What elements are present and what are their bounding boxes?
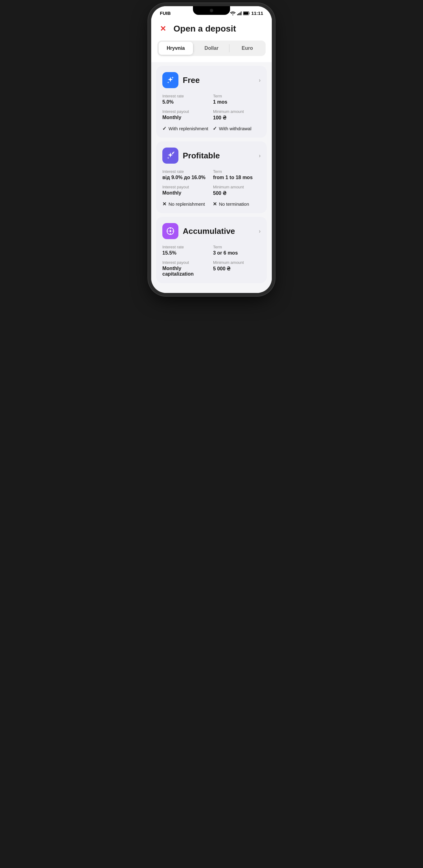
tab-divider-1 — [194, 44, 194, 52]
sparkles-icon-free — [166, 76, 175, 85]
tabs-container: Hryvnia Dollar Euro — [157, 40, 266, 56]
card-profitable[interactable]: Profitable › Interest rate від 9.0% до 1… — [156, 142, 267, 213]
card-title-row-profitable: Profitable — [162, 148, 220, 164]
term-label-free: Term — [213, 94, 261, 98]
tab-euro[interactable]: Euro — [230, 42, 264, 55]
card-features-profitable: ✕ No replenishment ✕ No termination — [162, 201, 261, 207]
cross-icon-profitable-1: ✕ — [162, 201, 166, 207]
svg-point-8 — [169, 230, 171, 232]
detail-interest-rate-profitable: Interest rate від 9.0% до 16.0% — [162, 169, 210, 180]
chevron-right-free: › — [259, 77, 261, 84]
min-amount-value-free: 100 ₴ — [213, 115, 261, 121]
card-title-row-free: Free — [162, 72, 200, 88]
icon-accumulative — [162, 223, 178, 239]
interest-rate-value-accumulative: 15.5% — [162, 250, 210, 256]
min-amount-value-accumulative: 5 000 ₴ — [213, 266, 261, 272]
phone-frame: FUIB 11:11 — [151, 6, 272, 293]
feature-withdrawal-free: ✓ With withdrawal — [213, 126, 261, 131]
payout-label-free: Interest payout — [162, 109, 210, 114]
card-name-profitable: Profitable — [183, 151, 220, 160]
cards-container: Free › Interest rate 5.0% Term 1 mos Int… — [151, 62, 272, 287]
card-details-accumulative: Interest rate 15.5% Term 3 or 6 mos Inte… — [162, 245, 261, 277]
term-label-profitable: Term — [213, 169, 261, 174]
svg-rect-1 — [238, 13, 239, 15]
tab-divider-2 — [229, 44, 229, 52]
term-label-accumulative: Term — [213, 245, 261, 249]
detail-term-free: Term 1 mos — [213, 94, 261, 105]
wifi-icon — [230, 11, 236, 16]
cross-icon-profitable-2: ✕ — [213, 201, 217, 207]
close-icon: ✕ — [160, 25, 166, 32]
notch — [193, 6, 230, 15]
page-title: Open a deposit — [173, 24, 236, 34]
min-amount-label-profitable: Minimum amount — [213, 185, 261, 189]
status-time: 11:11 — [251, 10, 263, 16]
feature-no-termination: ✕ No termination — [213, 201, 261, 207]
chevron-right-profitable: › — [259, 153, 261, 159]
interest-rate-label-free: Interest rate — [162, 94, 210, 98]
card-header-accumulative: Accumulative › — [162, 223, 261, 239]
card-header-profitable: Profitable › — [162, 148, 261, 164]
feature-label-no-termination: No termination — [219, 202, 249, 207]
signal-icon — [237, 11, 241, 16]
detail-min-amount-free: Minimum amount 100 ₴ — [213, 109, 261, 121]
carrier-label: FUIB — [160, 10, 171, 16]
feature-label-withdrawal-free: With withdrawal — [219, 126, 251, 131]
min-amount-value-profitable: 500 ₴ — [213, 190, 261, 196]
card-name-accumulative: Accumulative — [183, 226, 235, 236]
detail-payout-free: Interest payout Monthly — [162, 109, 210, 121]
term-value-accumulative: 3 or 6 mos — [213, 250, 261, 256]
payout-value-accumulative: Monthly capitalization — [162, 266, 210, 277]
interest-rate-label-accumulative: Interest rate — [162, 245, 210, 249]
card-header-free: Free › — [162, 72, 261, 88]
check-icon-free-1: ✓ — [162, 126, 166, 131]
card-features-free: ✓ With replenishment ✓ With withdrawal — [162, 126, 261, 131]
card-details-free: Interest rate 5.0% Term 1 mos Interest p… — [162, 94, 261, 121]
detail-min-amount-profitable: Minimum amount 500 ₴ — [213, 185, 261, 196]
status-bar: FUIB 11:11 — [151, 6, 272, 18]
battery-icon — [243, 11, 250, 15]
icon-free — [162, 72, 178, 88]
card-details-profitable: Interest rate від 9.0% до 16.0% Term fro… — [162, 169, 261, 196]
interest-rate-label-profitable: Interest rate — [162, 169, 210, 174]
detail-payout-profitable: Interest payout Monthly — [162, 185, 210, 196]
chevron-right-accumulative: › — [259, 228, 261, 235]
detail-payout-accumulative: Interest payout Monthly capitalization — [162, 260, 210, 277]
detail-interest-rate-accumulative: Interest rate 15.5% — [162, 245, 210, 256]
feature-no-replenishment: ✕ No replenishment — [162, 201, 210, 207]
payout-label-profitable: Interest payout — [162, 185, 210, 189]
interest-rate-value-profitable: від 9.0% до 16.0% — [162, 175, 210, 180]
payout-label-accumulative: Interest payout — [162, 260, 210, 265]
tab-hryvnia[interactable]: Hryvnia — [159, 42, 193, 55]
currency-tabs: Hryvnia Dollar Euro — [151, 40, 272, 62]
card-title-row-accumulative: Accumulative — [162, 223, 235, 239]
svg-rect-0 — [237, 14, 238, 15]
close-button[interactable]: ✕ — [157, 23, 168, 34]
card-accumulative[interactable]: Accumulative › Interest rate 15.5% Term … — [156, 217, 267, 283]
camera — [209, 9, 214, 12]
min-amount-label-free: Minimum amount — [213, 109, 261, 114]
tab-dollar[interactable]: Dollar — [195, 42, 229, 55]
sparkles-icon-profitable — [166, 151, 175, 160]
svg-rect-3 — [240, 11, 241, 15]
feature-label-no-replenishment: No replenishment — [168, 202, 205, 207]
interest-rate-value-free: 5.0% — [162, 99, 210, 105]
header: ✕ Open a deposit — [151, 18, 272, 40]
detail-min-amount-accumulative: Minimum amount 5 000 ₴ — [213, 260, 261, 277]
svg-line-6 — [172, 152, 174, 154]
term-value-free: 1 mos — [213, 99, 261, 105]
status-icons: 11:11 — [230, 10, 263, 16]
detail-interest-rate-free: Interest rate 5.0% — [162, 94, 210, 105]
min-amount-label-accumulative: Minimum amount — [213, 260, 261, 265]
card-free[interactable]: Free › Interest rate 5.0% Term 1 mos Int… — [156, 66, 267, 138]
payout-value-profitable: Monthly — [162, 190, 210, 196]
detail-term-profitable: Term from 1 to 18 mos — [213, 169, 261, 180]
screen-content: ✕ Open a deposit Hryvnia Dollar Euro — [151, 18, 272, 293]
payout-value-free: Monthly — [162, 115, 210, 120]
svg-rect-2 — [240, 12, 240, 15]
svg-rect-5 — [243, 12, 248, 14]
feature-label-replenishment-free: With replenishment — [168, 126, 208, 131]
compass-icon — [166, 227, 175, 236]
check-icon-free-2: ✓ — [213, 126, 217, 131]
detail-term-accumulative: Term 3 or 6 mos — [213, 245, 261, 256]
